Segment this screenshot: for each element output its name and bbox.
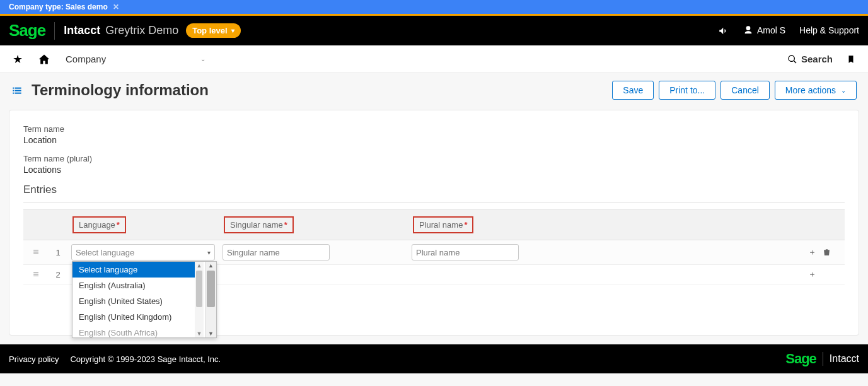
row-number: 2 (49, 265, 67, 284)
scroll-up-icon[interactable]: ▲ (197, 262, 202, 269)
divider (823, 352, 823, 366)
plural-name-input[interactable] (412, 244, 519, 260)
scrollbar[interactable]: ▲ ▼ (195, 262, 204, 337)
copyright-text: Copyright © 1999-2023 Sage Intacct, Inc. (70, 354, 221, 364)
dropdown-option[interactable]: Select language (72, 262, 196, 278)
add-row-icon[interactable]: ＋ (808, 247, 816, 258)
module-selector[interactable]: Company ⌄ (66, 54, 205, 64)
scroll-down-icon[interactable]: ▼ (208, 330, 214, 337)
level-label: Top level (192, 26, 227, 35)
home-icon[interactable] (38, 52, 50, 66)
product-name: Intacct (830, 353, 859, 365)
company-name: Greytrix Demo (105, 24, 178, 37)
svg-point-0 (789, 56, 794, 61)
svg-rect-6 (13, 92, 14, 93)
sage-logo: Sage (785, 351, 816, 367)
demo-banner: Company type: Sales demo ✕ (0, 0, 868, 14)
term-name-value: Location (23, 135, 845, 145)
table-row: ≡ 1 Select language ▾ Select language En… (23, 240, 845, 265)
svg-rect-2 (13, 87, 14, 88)
add-row-icon[interactable]: ＋ (808, 269, 816, 280)
entries-heading: Entries (23, 184, 845, 196)
drag-handle-icon[interactable]: ≡ (23, 265, 49, 284)
chevron-down-icon: ▾ (231, 27, 234, 34)
chevron-down-icon: ⌄ (841, 87, 846, 94)
term-plural-label: Term name (plural) (23, 154, 845, 163)
topbar-right: Amol S Help & Support (718, 25, 859, 36)
form-card: Term name Location Term name (plural) Lo… (9, 110, 859, 336)
save-button[interactable]: Save (612, 81, 654, 100)
chevron-down-icon: ⌄ (200, 56, 205, 62)
scroll-up-icon[interactable]: ▲ (208, 262, 214, 269)
help-link[interactable]: Help & Support (799, 25, 859, 35)
search-label: Search (801, 54, 833, 64)
language-dropdown: Select language English (Australia) Engl… (72, 261, 217, 338)
more-actions-label: More actions (785, 85, 836, 95)
svg-rect-5 (15, 90, 21, 91)
cancel-button[interactable]: Cancel (720, 81, 770, 100)
announcement-icon[interactable] (718, 25, 729, 36)
search-icon (787, 54, 797, 64)
topbar: Sage Intacct Greytrix Demo Top level ▾ A… (0, 14, 868, 45)
col-language-header: Language* (72, 216, 126, 233)
table-header-row: Language* Singular name* Plural name* (23, 210, 845, 240)
col-singular-header: Singular name* (224, 216, 294, 233)
more-actions-button[interactable]: More actions ⌄ (775, 81, 857, 100)
svg-rect-7 (15, 92, 21, 93)
demo-banner-text: Company type: Sales demo (9, 3, 108, 11)
divider (54, 22, 55, 40)
dropdown-option[interactable]: English (United States) (72, 293, 196, 309)
language-select[interactable]: Select language ▾ Select language Englis… (71, 244, 215, 260)
dropdown-option[interactable]: English (South Africa) (72, 325, 196, 337)
svg-rect-4 (13, 90, 14, 91)
scrollbar[interactable]: ▲ ▼ (205, 262, 216, 337)
page-title: Terminology information (32, 81, 209, 99)
entries-table: Language* Singular name* Plural name* ≡ … (23, 209, 845, 284)
print-button[interactable]: Print to... (659, 81, 715, 100)
privacy-link[interactable]: Privacy policy (9, 354, 59, 364)
sage-logo: Sage (9, 21, 45, 40)
level-selector[interactable]: Top level ▾ (186, 23, 240, 38)
term-plural-value: Locations (23, 165, 845, 175)
divider (23, 202, 845, 203)
dropdown-option[interactable]: English (United Kingdom) (72, 309, 196, 325)
language-placeholder: Select language (76, 248, 134, 257)
module-label: Company (66, 54, 106, 64)
menubar: ★ Company ⌄ Search (0, 45, 868, 73)
page-actions: Save Print to... Cancel More actions ⌄ (612, 81, 857, 100)
product-name: Intacct (64, 24, 100, 37)
svg-line-1 (794, 61, 796, 63)
search-button[interactable]: Search (787, 54, 833, 64)
star-icon[interactable]: ★ (13, 52, 23, 66)
list-icon[interactable] (11, 84, 23, 97)
delete-row-icon[interactable] (823, 247, 831, 258)
user-name: Amol S (757, 25, 785, 35)
singular-name-input[interactable] (223, 244, 330, 260)
user-icon (743, 25, 753, 35)
chevron-down-icon: ▾ (207, 249, 211, 256)
close-icon[interactable]: ✕ (113, 3, 119, 11)
svg-rect-3 (15, 87, 21, 88)
term-name-label: Term name (23, 124, 845, 134)
bookmark-icon[interactable] (847, 54, 855, 65)
dropdown-option[interactable]: English (Australia) (72, 278, 196, 293)
drag-handle-icon[interactable]: ≡ (23, 240, 49, 265)
page-header: Terminology information Save Print to...… (0, 73, 868, 107)
scroll-down-icon[interactable]: ▼ (197, 330, 202, 337)
col-plural-header: Plural name* (413, 216, 473, 233)
footer: Privacy policy Copyright © 1999-2023 Sag… (0, 344, 868, 373)
user-menu[interactable]: Amol S (743, 25, 785, 35)
row-number: 1 (49, 240, 67, 265)
